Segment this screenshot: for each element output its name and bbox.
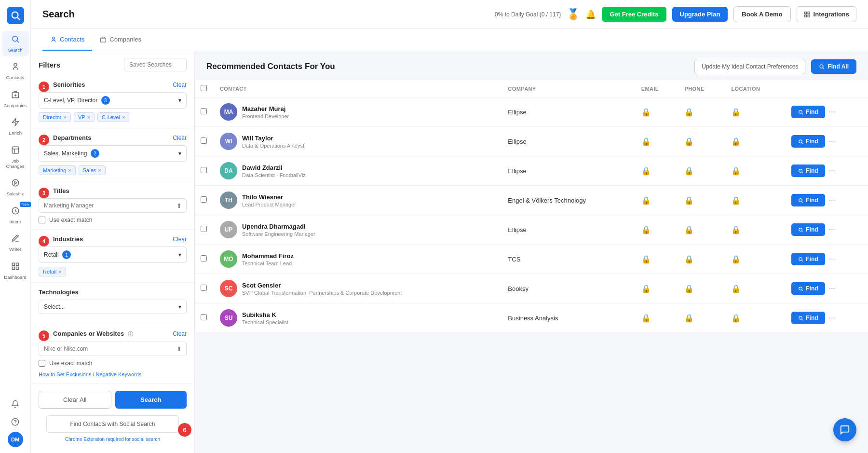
search-button[interactable]: Search [115,391,187,409]
technologies-section: Technologies Select... ▾ [31,283,194,324]
more-options-icon-mazaher-muraj[interactable]: ··· [829,108,835,116]
sidebar-item-intent[interactable]: New Intent [2,203,29,228]
integrations-button[interactable]: Integrations [797,6,856,22]
update-prefs-button[interactable]: Update My Ideal Contact Preferences [694,59,805,74]
find-button-scot-gensler[interactable]: Find [791,282,825,295]
more-options-icon-dawid-zdarzil[interactable]: ··· [829,166,835,175]
row-checkbox-will-taylor[interactable] [201,137,207,144]
find-button-upendra-dharmagadi[interactable]: Find [791,223,825,236]
location-lock-icon: 🔒 [731,137,741,146]
step3-badge: 3 [39,188,49,198]
row-checkbox-mazaher-muraj[interactable] [201,108,207,114]
find-button-dawid-zdarzil[interactable]: Find [791,165,825,177]
book-demo-button[interactable]: Book A Demo [733,6,790,22]
row-checkbox-thilo-wiesner[interactable] [201,196,207,203]
technologies-select[interactable]: Select... ▾ [39,300,187,314]
companies-websites-clear-button[interactable]: Clear [173,330,187,337]
row-phone-cell: 🔒 [678,156,725,186]
tag-director-remove[interactable]: × [64,114,67,120]
tag-director[interactable]: Director × [39,112,71,122]
tag-marketing-remove[interactable]: × [68,167,71,173]
row-email-cell: 🔒 [636,97,679,127]
sidebar-item-search[interactable]: Search [2,31,29,56]
tag-sales[interactable]: Sales × [79,165,106,175]
tag-retail[interactable]: Retail × [39,267,66,276]
tag-clevel-remove[interactable]: × [122,114,125,120]
chat-bubble[interactable] [833,418,856,441]
find-all-button[interactable]: Find All [811,59,856,74]
upload-icon[interactable]: ⬆ [176,202,182,209]
more-options-icon-thilo-wiesner[interactable]: ··· [829,196,835,205]
find-button-mazaher-muraj[interactable]: Find [791,106,825,118]
tab-contacts[interactable]: Contacts [42,29,92,51]
select-all-checkbox[interactable] [201,85,207,91]
sidebar-item-job-changes[interactable]: Job Changes [2,142,29,173]
table-row: TH Thilo Wiesner Lead Product Manager En… [195,186,868,215]
clear-all-button[interactable]: Clear All [39,391,111,409]
companies-websites-input[interactable] [39,342,187,356]
user-avatar[interactable]: DM [8,432,23,447]
bell-header-icon[interactable]: 🔔 [585,9,596,20]
companies-exact-match-label[interactable]: Use exact match [49,360,92,367]
tag-retail-remove[interactable]: × [58,269,61,275]
more-options-icon-mohammad-firoz[interactable]: ··· [829,255,835,263]
departments-select[interactable]: Sales, Marketing 2 ▾ [39,145,187,162]
sidebar-item-notifications[interactable] [2,396,29,412]
sidebar-item-dashboard[interactable]: Dashboard [2,258,29,284]
tab-companies[interactable]: Companies [92,29,149,51]
row-checkbox-mohammad-firoz[interactable] [201,255,207,261]
titles-input[interactable] [39,198,187,213]
row-actions-cell: Find ··· [786,127,868,156]
titles-exact-match-label[interactable]: Use exact match [49,217,92,223]
social-search-button[interactable]: Find Contacts with Social Search [46,415,179,433]
find-button-mohammad-firoz[interactable]: Find [791,253,825,265]
seniorities-clear-button[interactable]: Clear [173,82,187,88]
row-checkbox-upendra-dharmagadi[interactable] [201,226,207,232]
tag-marketing[interactable]: Marketing × [39,165,76,175]
row-company-cell: Ellipse [502,215,635,245]
industries-select[interactable]: Retail 1 ▾ [39,247,187,263]
companies-upload-icon[interactable]: ⬆ [176,345,182,353]
find-button-subiksha-k[interactable]: Find [791,312,825,324]
sidebar-item-enrich[interactable]: Enrich [2,114,29,139]
find-button-will-taylor[interactable]: Find [791,135,825,148]
svg-point-2 [13,36,18,41]
more-options-icon-subiksha-k[interactable]: ··· [829,314,835,322]
companies-exact-match-checkbox[interactable] [39,360,45,367]
upgrade-plan-button[interactable]: Upgrade Plan [672,7,728,22]
location-lock-icon: 🔒 [731,108,741,116]
industries-section: 4 Industries Clear Retail 1 ▾ Retail × [31,230,194,283]
sidebar-item-contacts[interactable]: Contacts [2,58,29,84]
tag-sales-remove[interactable]: × [98,167,101,173]
tag-vp[interactable]: VP × [74,112,95,122]
company-name: Booksy [508,285,529,292]
more-options-icon-scot-gensler[interactable]: ··· [829,284,835,293]
sidebar-item-help[interactable] [2,414,29,430]
tag-vp-remove[interactable]: × [87,114,90,120]
departments-clear-button[interactable]: Clear [173,135,187,141]
more-options-icon-upendra-dharmagadi[interactable]: ··· [829,225,835,234]
sidebar-logo[interactable] [6,6,25,25]
sidebar-item-salesflix[interactable]: Salesflix [2,175,29,200]
seniorities-select[interactable]: C-Level, VP, Director 3 ▾ [39,92,187,109]
row-checkbox-dawid-zdarzil[interactable] [201,167,207,173]
exclusions-link[interactable]: How to Set Exclusions / Negative Keyword… [39,371,141,377]
email-lock-icon: 🔒 [641,108,651,116]
find-button-thilo-wiesner[interactable]: Find [791,194,825,206]
row-contact-cell: SC Scot Gensler SVP Global Transformatio… [214,274,502,303]
row-email-cell: 🔒 [636,186,679,215]
row-checkbox-subiksha-k[interactable] [201,314,207,320]
saved-searches-input[interactable] [124,58,187,71]
contacts-icon [11,62,20,73]
titles-exact-match-checkbox[interactable] [39,217,45,223]
industries-clear-button[interactable]: Clear [173,236,187,243]
get-free-credits-button[interactable]: Get Free Credits [602,7,666,22]
row-checkbox-scot-gensler[interactable] [201,285,207,291]
sidebar-item-intent-label: Intent [10,219,21,224]
more-options-icon-will-taylor[interactable]: ··· [829,137,835,146]
table-row: MA Mazaher Muraj Frontend Developer Elli… [195,97,868,127]
intent-new-badge: New [20,202,30,207]
tag-clevel[interactable]: C-Level × [97,112,129,122]
sidebar-item-writer[interactable]: Writer [2,230,29,256]
sidebar-item-companies[interactable]: Companies [2,86,29,112]
